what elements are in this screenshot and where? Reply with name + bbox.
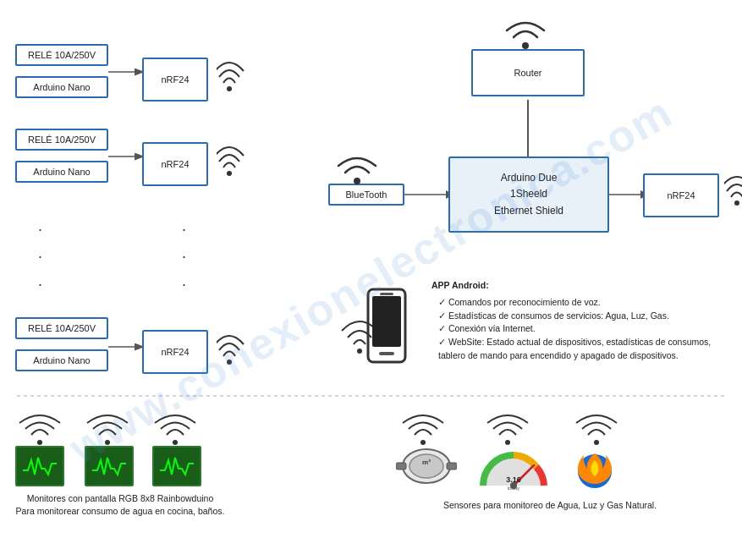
svg-point-10: [227, 86, 232, 91]
arduino-nano-box-1: Arduino Nano: [15, 76, 108, 98]
rele-box-3: RELÉ 10A/250V: [15, 317, 108, 339]
svg-text:3.16: 3.16: [506, 475, 521, 484]
svg-point-16: [357, 349, 362, 354]
svg-point-12: [227, 360, 232, 365]
monitor-box-2: [85, 446, 134, 486]
rf-signal-center-right: [724, 169, 742, 217]
monitor-rf-1: [19, 413, 61, 448]
svg-point-21: [37, 440, 42, 445]
nrf24-box-2: nRF24: [142, 142, 208, 186]
svg-rect-20: [379, 352, 394, 355]
monitor-box-3: [152, 446, 201, 486]
svg-point-22: [105, 440, 110, 445]
arduino-nano-box-3: Arduino Nano: [15, 349, 108, 371]
rf-signal-water: [402, 413, 444, 448]
svg-point-23: [173, 440, 178, 445]
svg-point-13: [522, 42, 529, 49]
bottom-right-text: Sensores para monitoreo de Agua, Luz y G…: [389, 499, 711, 512]
svg-point-11: [227, 171, 232, 176]
nrf24-center-right: nRF24: [643, 173, 719, 217]
rf-signal-2: [217, 140, 259, 188]
nrf24-box-3: nRF24: [142, 330, 208, 374]
svg-rect-19: [380, 293, 393, 295]
diagram-container: www.conexionelectronica.com RELÉ 10A/250…: [0, 0, 742, 560]
speedometer-icon: 3.16 today: [479, 442, 548, 494]
app-android-section: APP Android: Comandos por reconocimiento…: [431, 279, 728, 363]
nrf24-box-1: nRF24: [142, 58, 208, 102]
svg-rect-27: [396, 463, 406, 469]
router-box: Router: [471, 49, 585, 96]
dots-right: ···: [182, 216, 186, 298]
bottom-left-text: Monitores con pantalla RGB 8x8 Rainbowdu…: [10, 492, 230, 517]
svg-text:today: today: [508, 486, 520, 491]
svg-point-24: [420, 440, 426, 445]
rele-box-1: RELÉ 10A/250V: [15, 44, 108, 66]
svg-text:m³: m³: [422, 458, 431, 466]
wifi-router-icon: [503, 15, 549, 52]
svg-point-14: [354, 178, 360, 184]
monitor-rf-2: [86, 413, 129, 448]
svg-rect-18: [372, 296, 401, 347]
arduino-nano-box-2: Arduino Nano: [15, 161, 108, 183]
flame-icon: [572, 442, 618, 492]
rf-signal-1: [217, 55, 259, 103]
rf-signal-3: [217, 328, 259, 376]
svg-point-15: [734, 200, 739, 206]
rele-box-2: RELÉ 10A/250V: [15, 129, 108, 151]
arduino-due-box: Arduino Due 1Sheeld Ethernet Shield: [448, 156, 609, 233]
phone-icon-area: [364, 288, 410, 365]
monitor-box-1: [15, 446, 64, 486]
bluetooth-signal-icon: [334, 151, 381, 188]
water-meter-icon: m³: [396, 446, 457, 488]
dots-left: ···: [38, 216, 42, 298]
monitor-rf-3: [154, 413, 196, 448]
svg-rect-28: [447, 463, 457, 469]
